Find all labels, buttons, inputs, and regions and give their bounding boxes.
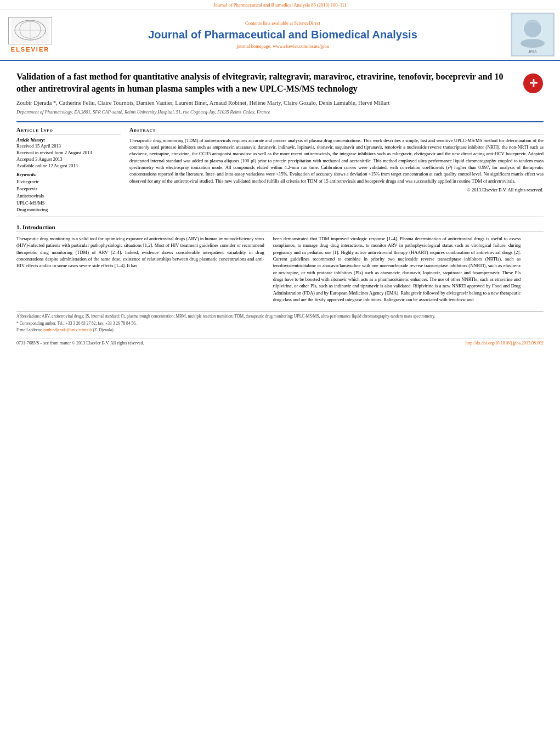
intro-right-col: been demonstrated that TDM improved viro… (273, 235, 521, 306)
keyword-5: Drug monitoring (16, 206, 121, 213)
email-note: E-mail address: zoubir.djerada@univ-reim… (16, 327, 544, 333)
divider-middle (16, 217, 544, 217)
email-label: E-mail address: (16, 327, 42, 332)
introduction-section: 1. Introduction Therapeutic drug monitor… (16, 224, 544, 306)
history-label: Article history: (16, 137, 121, 143)
received1: Received 15 April 2013 (16, 143, 121, 150)
svg-point-6 (524, 20, 541, 37)
available-online: Available online 12 August 2013 (16, 163, 121, 169)
keyword-2: Boceprevir (16, 185, 121, 193)
email-link[interactable]: zoubir.djerada@univ-reims.fr (43, 327, 92, 332)
article-info-header: Article Info (16, 127, 121, 134)
crossmark-logo: ✛ (523, 73, 544, 94)
affiliation: Department of Pharmacology, EA.3801, SFR… (16, 109, 544, 116)
keyword-4: UPLC-MS/MS (16, 200, 121, 207)
issn-text: 0731-7085/$ – see front matter © 2013 El… (16, 341, 144, 346)
top-journal-bar: Journal of Pharmaceutical and Biomedical… (0, 0, 560, 9)
doi-link[interactable]: http://dx.doi.org/10.1016/j.jpba.2013.08… (466, 341, 544, 346)
article-title-text: Validation of a fast method for quantita… (16, 71, 517, 94)
received2: Received in revised form 2 August 2013 (16, 150, 121, 156)
journal-homepage: journal homepage: www.elsevier.com/locat… (237, 43, 329, 49)
main-content: Validation of a fast method for quantita… (0, 61, 560, 351)
svg-point-7 (521, 39, 545, 48)
info-abstract-section: Article Info Article history: Received 1… (16, 127, 544, 213)
intro-right-text: been demonstrated that TDM improved viro… (273, 235, 521, 303)
intro-left-text: Therapeutic drug monitoring is a valid t… (16, 235, 264, 269)
authors: Zoubir Djerada *, Catherine Feliu, Clair… (16, 99, 544, 108)
intro-left-col: Therapeutic drug monitoring is a valid t… (16, 235, 264, 306)
journal-cover-image: JPBA (511, 13, 555, 56)
corresponding-note: * Corresponding author. Tel.: +33 3 26 8… (16, 321, 544, 327)
authors-text: Zoubir Djerada *, Catherine Feliu, Clair… (16, 100, 389, 106)
journal-title: Journal of Pharmaceutical and Biomedical… (148, 28, 417, 41)
article-history: Article history: Received 15 April 2013 … (16, 137, 121, 169)
sciencedirect-name[interactable]: ScienceDirect (294, 20, 320, 26)
abstract-header: Abstract (129, 127, 544, 134)
keywords-block: Keywords: Elvitegravir Boceprevir Antire… (16, 172, 121, 213)
accepted: Accepted 3 August 2013 (16, 156, 121, 163)
email-suffix: (Z. Djerada). (93, 327, 115, 332)
copyright: © 2013 Elsevier B.V. All rights reserved… (129, 187, 544, 193)
abstract-text: Therapeutic drug monitoring (TDM) of ant… (129, 137, 544, 184)
journal-reference: Journal of Pharmaceutical and Biomedical… (213, 2, 347, 8)
journal-center-block: Contents lists available at ScienceDirec… (60, 13, 505, 56)
crossmark-icon: ✛ (523, 73, 543, 93)
keywords-list: Elvitegravir Boceprevir Antiretrovirals … (16, 178, 121, 213)
elsevier-brand: ELSEVIER (11, 46, 49, 53)
page: Journal of Pharmaceutical and Biomedical… (0, 0, 560, 741)
article-info-col: Article Info Article history: Received 1… (16, 127, 121, 213)
intro-right-para-1: been demonstrated that TDM improved viro… (273, 235, 521, 303)
article-title-block: Validation of a fast method for quantita… (16, 71, 544, 94)
elsevier-logo-image (8, 17, 52, 44)
footnotes-block: Abbreviations: ARV, antiretroviral drugs… (16, 311, 544, 333)
svg-text:JPBA: JPBA (528, 50, 536, 53)
intro-left-para-1: Therapeutic drug monitoring is a valid t… (16, 235, 264, 269)
journal-header: ELSEVIER Contents lists available at Sci… (0, 9, 560, 61)
keywords-label: Keywords: (16, 172, 121, 177)
introduction-title: 1. Introduction (16, 224, 544, 232)
keyword-1: Elvitegravir (16, 178, 121, 185)
homepage-url[interactable]: www.elsevier.com/locate/jpba (273, 43, 329, 49)
bottom-bar: 0731-7085/$ – see front matter © 2013 El… (16, 338, 544, 346)
keyword-3: Antiretrovirals (16, 193, 121, 200)
sciencedirect-label: Contents lists available at ScienceDirec… (245, 20, 320, 26)
elsevier-logo-block: ELSEVIER (5, 13, 55, 56)
abstract-paragraph: Therapeutic drug monitoring (TDM) of ant… (129, 137, 544, 184)
abstract-col: Abstract Therapeutic drug monitoring (TD… (129, 127, 544, 213)
abbreviations-note: Abbreviations: ARV, antiretroviral drugs… (16, 314, 544, 320)
introduction-body: Therapeutic drug monitoring is a valid t… (16, 235, 544, 306)
divider-thick (16, 121, 544, 122)
